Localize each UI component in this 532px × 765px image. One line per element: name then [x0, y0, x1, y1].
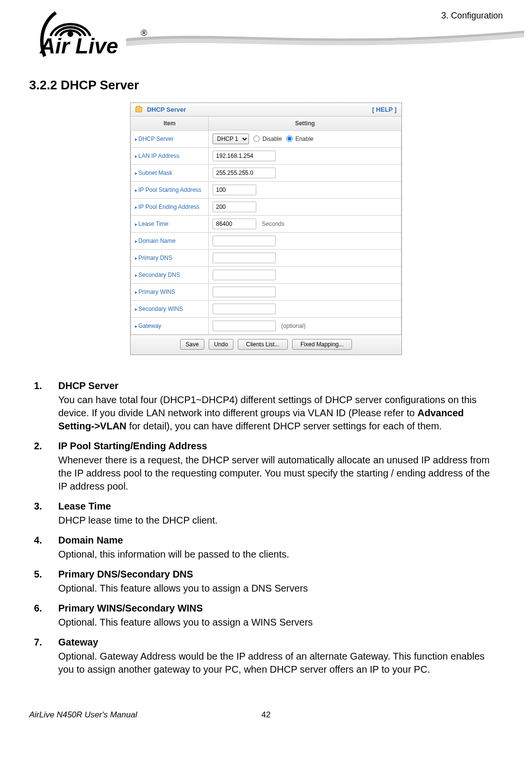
description-list: 1. DHCP Server You can have total four (… — [34, 379, 498, 676]
folder-icon — [135, 107, 142, 112]
gateway-input[interactable] — [213, 321, 276, 331]
row-poolend-label: ▸IP Pool Ending Address — [131, 199, 209, 216]
desc-title: Gateway — [58, 636, 498, 649]
row-pwins-label: ▸Primary WINS — [131, 284, 209, 301]
row-sdns-label: ▸Secondary DNS — [131, 267, 209, 284]
row-lease-label: ▸Lease Time — [131, 216, 209, 233]
desc-num: 5. — [34, 568, 58, 595]
desc-title: Lease Time — [58, 500, 498, 513]
page-footer: AirLive N450R User's Manual 42 — [29, 710, 503, 720]
desc-text: You can have total four (DHCP1~DHCP4) di… — [58, 394, 477, 431]
desc-title: IP Pool Starting/Ending Address — [58, 440, 498, 453]
desc-num: 3. — [34, 500, 58, 527]
desc-title: Domain Name — [58, 534, 498, 547]
fixed-mapping-button[interactable]: Fixed Mapping... — [292, 339, 352, 350]
row-poolstart-label: ▸IP Pool Starting Address — [131, 182, 209, 199]
desc-text: Optional. This feature allows you to ass… — [58, 617, 313, 628]
row-subnet-label: ▸Subnet Mask — [131, 165, 209, 182]
row-dhcp-server-setting: DHCP 1 Disable Enable — [209, 131, 401, 148]
page-header: Air Live ® 3. Configuration — [29, 10, 503, 58]
clients-list-button[interactable]: Clients List... — [238, 339, 288, 350]
primary-dns-input[interactable] — [213, 253, 276, 263]
pool-start-input[interactable] — [213, 185, 256, 195]
footer-page-number: 42 — [262, 710, 271, 720]
gateway-hint: (optional) — [281, 323, 305, 329]
subnet-mask-input[interactable] — [213, 168, 276, 178]
logo-text: Air Live — [39, 34, 118, 58]
secondary-dns-input[interactable] — [213, 270, 276, 280]
secondary-wins-input[interactable] — [213, 304, 276, 314]
logo-registered: ® — [141, 28, 147, 38]
desc-num: 6. — [34, 602, 58, 629]
desc-num: 2. — [34, 440, 58, 493]
row-pdns-label: ▸Primary DNS — [131, 250, 209, 267]
help-link[interactable]: [ HELP ] — [372, 106, 397, 113]
desc-item: 7. Gateway Optional. Gateway Address wou… — [34, 636, 498, 676]
desc-item: 2. IP Pool Starting/Ending Address Whene… — [34, 440, 498, 493]
primary-wins-input[interactable] — [213, 287, 276, 297]
desc-text: Optional, this information will be passe… — [58, 549, 289, 560]
undo-button[interactable]: Undo — [209, 339, 233, 350]
desc-num: 1. — [34, 379, 58, 433]
section-heading: 3.2.2 DHCP Server — [29, 78, 503, 93]
panel-title: DHCP Server — [135, 106, 186, 113]
save-button[interactable]: Save — [180, 339, 204, 350]
desc-title: DHCP Server — [58, 379, 498, 392]
desc-item: 6. Primary WINS/Secondary WINS Optional.… — [34, 602, 498, 629]
dhcp-enable-option[interactable]: Enable — [283, 136, 314, 142]
footer-manual-name: AirLive N450R User's Manual — [29, 710, 137, 720]
desc-item: 3. Lease Time DHCP lease time to the DHC… — [34, 500, 498, 527]
airlive-logo-icon: Air Live ® — [29, 10, 155, 58]
desc-text: DHCP lease time to the DHCP client. — [58, 515, 217, 526]
chapter-reference: 3. Configuration — [441, 10, 503, 21]
desc-item: 1. DHCP Server You can have total four (… — [34, 379, 498, 433]
lease-time-unit: Seconds — [262, 221, 284, 227]
panel-button-row: Save Undo Clients List... Fixed Mapping.… — [131, 335, 401, 355]
row-domain-label: ▸Domain Name — [131, 233, 209, 250]
lease-time-input[interactable] — [213, 219, 256, 229]
dhcp-server-panel: DHCP Server [ HELP ] Item Setting ▸DHCP … — [130, 102, 402, 355]
dhcp-instance-select[interactable]: DHCP 1 — [213, 134, 249, 144]
desc-num: 7. — [34, 636, 58, 676]
desc-item: 5. Primary DNS/Secondary DNS Optional. T… — [34, 568, 498, 595]
desc-num: 4. — [34, 534, 58, 561]
desc-title: Primary DNS/Secondary DNS — [58, 568, 498, 581]
brand-logo: Air Live ® — [29, 10, 155, 58]
desc-text: Whenever there is a request, the DHCP se… — [58, 455, 490, 492]
col-setting: Setting — [209, 117, 401, 131]
domain-name-input[interactable] — [213, 236, 276, 246]
dhcp-disable-option[interactable]: Disable — [250, 136, 282, 142]
row-gateway-label: ▸Gateway — [131, 318, 209, 335]
pool-end-input[interactable] — [213, 202, 256, 212]
row-lanip-label: ▸LAN IP Address — [131, 148, 209, 165]
desc-item: 4. Domain Name Optional, this informatio… — [34, 534, 498, 561]
row-swins-label: ▸Secondary WINS — [131, 301, 209, 318]
svg-text:Air Live: Air Live — [39, 34, 118, 58]
desc-text: Optional. This feature allows you to ass… — [58, 583, 308, 594]
col-item: Item — [131, 117, 209, 131]
desc-text: Optional. Gateway Address would be the I… — [58, 651, 484, 675]
row-dhcp-server-label: ▸DHCP Server — [131, 131, 209, 148]
lan-ip-input[interactable] — [213, 151, 276, 161]
desc-title: Primary WINS/Secondary WINS — [58, 602, 498, 615]
